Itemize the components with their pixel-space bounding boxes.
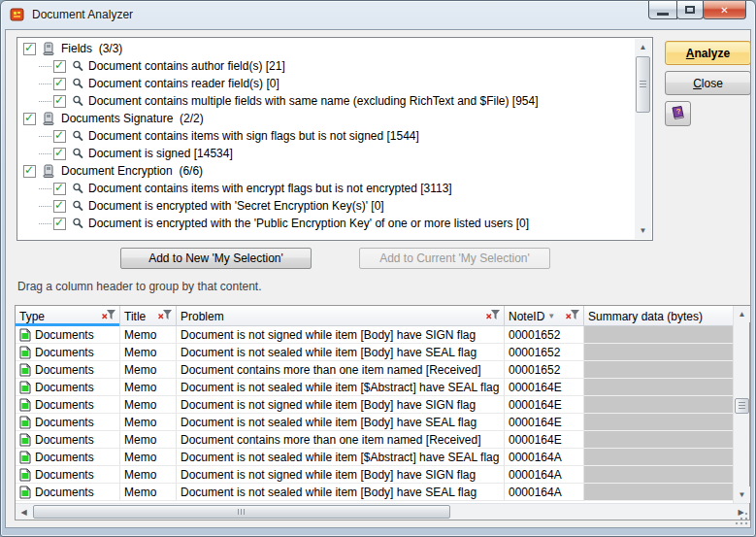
column-header-type[interactable]: Type (16, 306, 120, 326)
checkbox-checked[interactable] (53, 95, 66, 108)
table-row[interactable]: Documents Memo Document is not sealed wh… (16, 344, 733, 361)
tree-check-row[interactable]: Document is encrypted with the 'Public E… (18, 215, 635, 232)
checkbox-checked[interactable] (53, 218, 66, 230)
close-button[interactable]: ✕ (703, 1, 746, 19)
tree-group-row[interactable]: Fields (3/3) (18, 40, 635, 57)
checkbox-checked[interactable] (53, 148, 66, 160)
scroll-up-arrow-icon[interactable]: ▲ (635, 39, 651, 55)
analyze-button[interactable]: Analyze (665, 41, 751, 65)
sort-descending-icon: ▼ (547, 312, 555, 320)
summary-cell (584, 484, 733, 501)
help-book-button[interactable]: ? (665, 101, 691, 126)
table-row[interactable]: Documents Memo Document is not signed wh… (16, 326, 733, 344)
minimize-icon (657, 13, 669, 16)
tree-group-label[interactable]: Document Encryption (6/6) (61, 164, 203, 178)
tree-scrollbar-thumb[interactable] (636, 56, 650, 113)
filter-icon[interactable] (158, 310, 172, 323)
magnifier-icon (72, 130, 84, 143)
tree-check-row[interactable]: Document contains reader field(s) [0] (18, 75, 635, 92)
checkbox-checked[interactable] (23, 165, 36, 178)
grid-body: Documents Memo Document is not signed wh… (16, 326, 733, 503)
column-header-summary[interactable]: Summary data (bytes) (584, 306, 733, 326)
tree-check-label[interactable]: Document is encrypted with 'Secret Encry… (88, 199, 384, 213)
checks-tree: Fields (3/3) Document contains author fi… (18, 40, 635, 239)
table-row[interactable]: Documents Memo Document is not sealed wh… (16, 379, 733, 396)
document-icon (19, 468, 31, 482)
tree-check-label[interactable]: Document is encrypted with the 'Public E… (88, 217, 529, 230)
tree-check-label[interactable]: Document contains author field(s) [21] (88, 59, 285, 73)
add-to-new-selection-button[interactable]: Add to New 'My Selection' (120, 248, 312, 269)
summary-cell (584, 379, 733, 396)
tree-check-label[interactable]: Document contains items with sign flags … (88, 129, 419, 143)
tree-check-row[interactable]: Document contains author field(s) [21] (18, 57, 635, 75)
tree-connector (39, 66, 51, 67)
tree-group-row[interactable]: Documents Signature (2/2) (18, 110, 635, 127)
tree-connector (39, 153, 51, 154)
column-header-problem[interactable]: Problem (177, 306, 505, 326)
scroll-down-arrow-icon[interactable]: ▼ (734, 487, 750, 503)
document-analyzer-window: Document Analyzer ✕ Fields (3/3) (0, 0, 756, 537)
checkbox-checked[interactable] (53, 60, 66, 73)
table-row[interactable]: Documents Memo Document is not sealed wh… (16, 484, 733, 501)
summary-cell (584, 449, 733, 466)
tree-connector (39, 101, 51, 102)
checkbox-checked[interactable] (53, 200, 66, 213)
maximize-button[interactable] (676, 1, 704, 19)
titlebar[interactable]: Document Analyzer ✕ (1, 1, 755, 29)
scroll-down-arrow-icon[interactable]: ▼ (635, 222, 651, 239)
table-row[interactable]: Documents Memo Document is not sealed wh… (16, 414, 733, 431)
tree-check-row[interactable]: Document contains multiple fields with s… (18, 92, 635, 110)
table-row[interactable]: Documents Memo Document contains more th… (16, 431, 733, 449)
grid-horizontal-scrollbar[interactable]: ◀ ▶ (16, 503, 749, 520)
grid-scrollbar-thumb[interactable] (735, 398, 749, 414)
column-header-noteid[interactable]: NoteID ▼ (505, 306, 584, 326)
maximize-icon (685, 6, 695, 14)
checkbox-checked[interactable] (53, 130, 66, 143)
window-title: Document Analyzer (32, 8, 133, 21)
checkbox-checked[interactable] (23, 43, 36, 55)
table-row[interactable]: Documents Memo Document is not sealed wh… (16, 449, 733, 466)
tree-check-row[interactable]: Document is signed [14534] (18, 145, 635, 162)
grid-vertical-scrollbar[interactable]: ▲ ▼ (733, 306, 749, 503)
scroll-up-arrow-icon[interactable]: ▲ (734, 306, 750, 322)
magnifier-icon (72, 148, 84, 160)
tree-group-label[interactable]: Fields (3/3) (61, 42, 122, 55)
table-row[interactable]: Documents Memo Document is not signed wh… (16, 396, 733, 414)
document-icon (19, 363, 31, 377)
minimize-button[interactable] (648, 1, 677, 19)
table-row[interactable]: Documents Memo Document contains more th… (16, 361, 733, 379)
tree-check-label[interactable]: Document contains reader field(s) [0] (88, 77, 279, 90)
magnifier-icon (72, 60, 84, 73)
document-icon (19, 346, 31, 359)
resize-grip[interactable] (736, 513, 748, 525)
category-icon (42, 164, 55, 179)
summary-cell (584, 414, 733, 431)
magnifier-icon (72, 218, 84, 230)
tree-check-label[interactable]: Document contains multiple fields with s… (88, 94, 539, 108)
tree-vertical-scrollbar[interactable]: ▲ ▼ (635, 39, 651, 239)
checkbox-checked[interactable] (23, 113, 36, 125)
filter-icon[interactable] (486, 310, 500, 323)
tree-group-label[interactable]: Documents Signature (2/2) (61, 112, 204, 125)
tree-group-row[interactable]: Document Encryption (6/6) (18, 162, 635, 180)
scroll-left-arrow-icon[interactable]: ◀ (16, 504, 32, 520)
tree-check-label[interactable]: Document contains items with encrypt fla… (88, 182, 452, 195)
filter-icon[interactable] (102, 310, 115, 323)
checkbox-checked[interactable] (53, 78, 66, 90)
close-icon: ✕ (720, 5, 728, 16)
summary-cell (584, 431, 733, 449)
tree-check-row[interactable]: Document contains items with sign flags … (18, 127, 635, 145)
magnifier-icon (72, 200, 84, 213)
document-icon (19, 433, 31, 447)
table-row[interactable]: Documents Memo Document is not signed wh… (16, 466, 733, 484)
tree-check-label[interactable]: Document is signed [14534] (88, 147, 233, 160)
tree-connector (39, 136, 51, 137)
app-icon (10, 7, 25, 22)
tree-check-row[interactable]: Document is encrypted with 'Secret Encry… (18, 197, 635, 215)
filter-icon[interactable] (566, 310, 579, 323)
column-header-title[interactable]: Title (120, 306, 177, 326)
close-dialog-button[interactable]: Close (665, 71, 751, 95)
checkbox-checked[interactable] (53, 183, 66, 195)
grid-hscrollbar-thumb[interactable] (33, 505, 450, 519)
tree-check-row[interactable]: Document contains items with encrypt fla… (18, 180, 635, 197)
